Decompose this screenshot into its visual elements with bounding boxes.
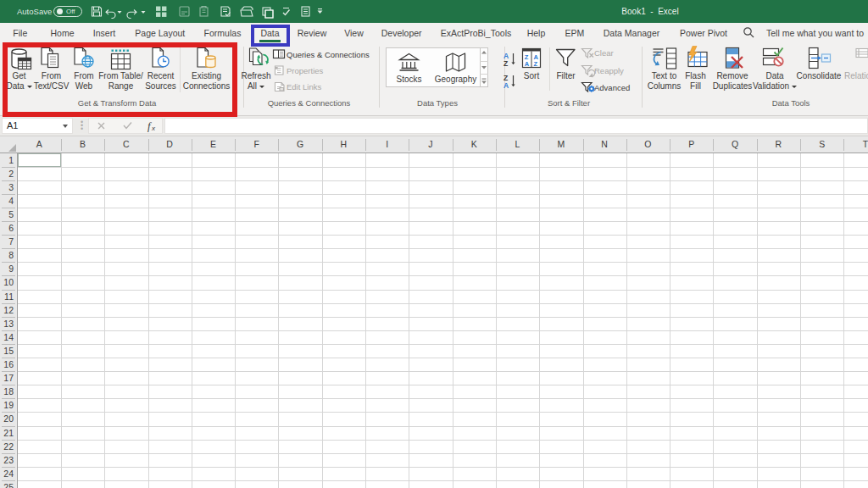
svg-text:A: A <box>504 81 509 90</box>
svg-text:Z: Z <box>504 59 508 68</box>
svg-text:A: A <box>525 60 530 68</box>
svg-text:x: x <box>151 125 156 132</box>
svg-text:Z: Z <box>534 60 538 68</box>
